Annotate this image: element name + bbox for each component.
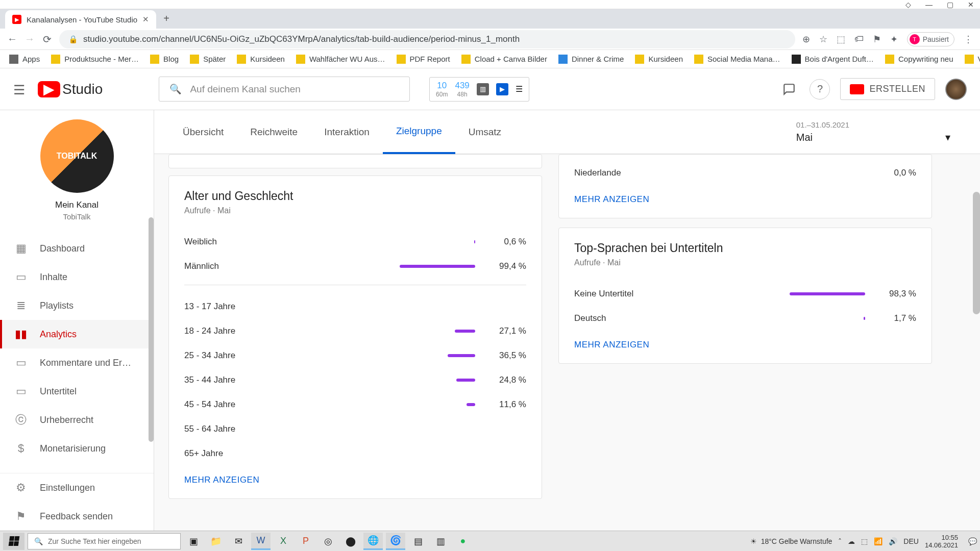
table-row: 13 - 17 Jahre [184, 294, 526, 319]
chrome-icon[interactable]: 🌐 [363, 533, 383, 550]
extension-icon-3[interactable]: ⚑ [873, 34, 881, 45]
analytics-icon: ▮▮ [14, 328, 28, 341]
sidebar-item-feedback[interactable]: ⚑Feedback senden [0, 502, 154, 531]
tray-chevron-icon[interactable]: ˄ [838, 537, 842, 545]
excel-icon[interactable]: X [274, 533, 293, 550]
url-input[interactable]: 🔒 studio.youtube.com/channel/UC6N5u-OiGz… [59, 30, 795, 48]
app-icon[interactable]: ◎ [318, 533, 338, 550]
tray-icon[interactable]: ⬚ [861, 537, 868, 545]
create-button[interactable]: ERSTELLEN [840, 78, 935, 100]
windows-search-input[interactable]: 🔍 Zur Suche Text hier eingeben [28, 533, 181, 549]
subtitles-icon: ▭ [14, 385, 28, 398]
bookmark-item[interactable]: Dinner & Crime [558, 55, 624, 64]
notifications-icon[interactable]: 💬 [968, 537, 977, 545]
extension-icon-2[interactable]: 🏷 [854, 34, 864, 44]
bookmark-item[interactable]: Videokurs Ideen [965, 55, 980, 64]
app-icon-2[interactable]: ▤ [408, 533, 428, 550]
tab-interaction[interactable]: Interaktion [311, 110, 383, 154]
bookmark-item[interactable]: Social Media Mana… [694, 55, 780, 64]
tab-close-icon[interactable]: ✕ [142, 15, 149, 24]
wifi-icon[interactable]: 📶 [874, 537, 883, 545]
chat-icon[interactable] [779, 79, 799, 99]
sidebar-item-monetization[interactable]: $Monetarisierung [0, 434, 154, 463]
chrome-newwindow-icon[interactable]: ◇ [905, 1, 911, 9]
back-button[interactable]: ← [7, 33, 17, 45]
search-icon[interactable]: ⊕ [802, 34, 810, 45]
profile-badge[interactable]: T Pausiert [907, 32, 954, 46]
sidebar-item-copyright[interactable]: ⓒUrheberrecht [0, 406, 154, 434]
bookmark-item[interactable]: Später [190, 55, 226, 64]
clock[interactable]: 10:55 14.06.2021 [925, 534, 962, 549]
card-title: Alter und Geschlecht [184, 189, 526, 203]
chart-icon: ▥ [477, 83, 489, 95]
bookmark-item[interactable]: Produktsuche - Mer… [51, 55, 139, 64]
sidebar-item-dashboard[interactable]: ▦Dashboard [0, 234, 154, 263]
sidebar: TOBITALK Mein Kanal TobiTalk ▦Dashboard … [0, 110, 154, 531]
menu-icon[interactable]: ☰ [13, 82, 28, 96]
channel-search-input[interactable]: 🔍 Auf deinem Kanal suchen [159, 77, 410, 102]
youtube-play-icon: ▶ [38, 81, 60, 97]
account-avatar[interactable] [945, 79, 967, 100]
bookmark-item[interactable]: PDF Report [397, 55, 450, 64]
header-stats[interactable]: 1060m 43948h ▥ ▶ ☰ [429, 77, 529, 102]
bookmark-item[interactable]: Kursideen [237, 55, 285, 64]
spotify-icon[interactable]: ● [453, 533, 473, 550]
notepad-icon[interactable]: ▥ [431, 533, 450, 550]
sidebar-item-comments[interactable]: ▭Kommentare und Er… [0, 348, 154, 377]
onedrive-icon[interactable]: ☁ [848, 537, 855, 545]
bookmark-item[interactable]: Wahlfächer WU Aus… [296, 55, 385, 64]
volume-icon[interactable]: 🔊 [889, 537, 897, 545]
show-more-link[interactable]: MEHR ANZEIGEN [574, 194, 916, 205]
new-tab-button[interactable]: + [156, 9, 177, 29]
bookmark-item[interactable]: Copywriting neu [885, 55, 953, 64]
browser-tab[interactable]: ▶ Kanalanalysen - YouTube Studio ✕ [5, 10, 156, 29]
extension-icon[interactable]: ⬚ [837, 34, 845, 45]
language-indicator[interactable]: DEU [903, 537, 919, 545]
forward-button[interactable]: → [24, 33, 35, 45]
word-icon[interactable]: W [251, 533, 271, 550]
explorer-icon[interactable]: 📁 [206, 533, 226, 550]
taskview-icon[interactable]: ▣ [184, 533, 203, 550]
table-row: 25 - 34 Jahre36,5 % [184, 343, 526, 368]
tab-revenue[interactable]: Umsatz [455, 110, 514, 154]
window-maximize-icon[interactable]: ▢ [947, 1, 953, 9]
sidebar-item-settings[interactable]: ⚙Einstellungen [0, 473, 154, 502]
channel-label: Mein Kanal [55, 200, 99, 210]
extensions-puzzle-icon[interactable]: ✦ [890, 34, 898, 45]
age-list: 13 - 17 Jahre 18 - 24 Jahre27,1 % 25 - 3… [184, 294, 526, 466]
show-more-link[interactable]: MEHR ANZEIGEN [574, 340, 916, 350]
mail-icon[interactable]: ✉ [229, 533, 248, 550]
main-scrollbar[interactable] [973, 192, 980, 314]
obs-icon[interactable]: ⬤ [341, 533, 360, 550]
reload-button[interactable]: ⟳ [42, 33, 52, 45]
sidebar-item-subtitles[interactable]: ▭Untertitel [0, 377, 154, 406]
tab-reach[interactable]: Reichweite [237, 110, 311, 154]
sidebar-scrollbar[interactable] [149, 217, 154, 442]
edge-icon[interactable]: 🌀 [386, 533, 405, 550]
show-more-link[interactable]: MEHR ANZEIGEN [184, 475, 526, 485]
bookmark-star-icon[interactable]: ☆ [819, 34, 827, 45]
sidebar-item-playlists[interactable]: ≣Playlists [0, 291, 154, 320]
table-row: Männlich99,4 % [184, 254, 526, 279]
sidebar-item-content[interactable]: ▭Inhalte [0, 263, 154, 291]
channel-block[interactable]: TOBITALK Mein Kanal TobiTalk [0, 119, 154, 221]
bookmark-item[interactable]: Bois d'Argent Duft… [792, 55, 874, 64]
tab-title: Kanalanalysen - YouTube Studio [27, 15, 137, 24]
powerpoint-icon[interactable]: P [296, 533, 315, 550]
bookmark-apps[interactable]: Apps [9, 55, 40, 64]
weather-widget[interactable]: ☀18°C Gelbe Warnstufe [750, 537, 832, 545]
bookmark-item[interactable]: Cload + Canva Bilder [461, 55, 547, 64]
window-close-icon[interactable]: ✕ [968, 1, 974, 9]
bookmark-item[interactable]: Kursideen [635, 55, 683, 64]
help-icon[interactable]: ? [810, 79, 830, 99]
studio-logo[interactable]: ▶ Studio [38, 81, 103, 97]
period-selector[interactable]: 01.–31.05.2021 Mai▾ [796, 120, 965, 143]
bookmark-item[interactable]: Blog [150, 55, 179, 64]
subtitle-list: Keine Untertitel98,3 % Deutsch1,7 % [574, 282, 916, 331]
window-minimize-icon[interactable]: — [925, 1, 933, 9]
sidebar-item-analytics[interactable]: ▮▮Analytics [0, 320, 154, 348]
tab-audience[interactable]: Zielgruppe [383, 110, 455, 154]
start-button[interactable] [3, 533, 24, 550]
chrome-menu-icon[interactable]: ⋮ [964, 34, 973, 45]
tab-overview[interactable]: Übersicht [169, 110, 237, 154]
